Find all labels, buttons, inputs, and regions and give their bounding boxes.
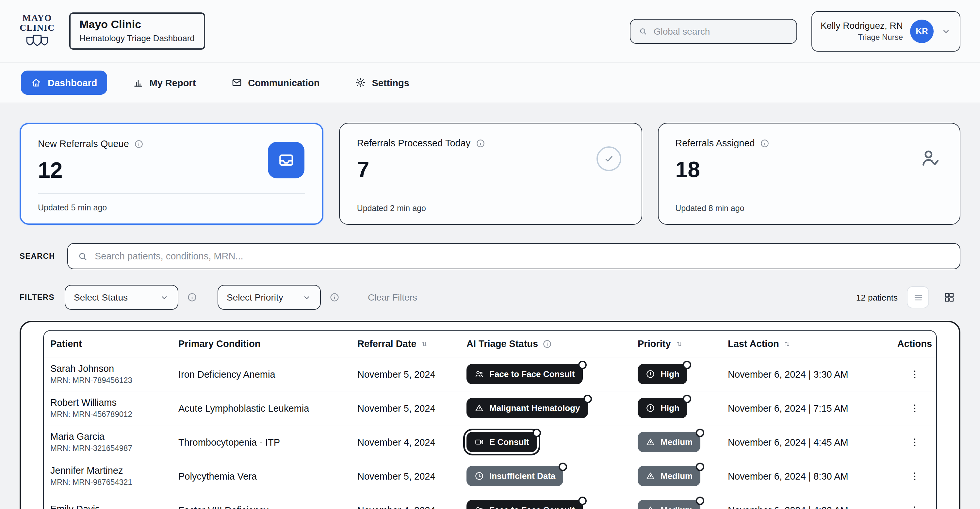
info-icon[interactable]	[542, 339, 552, 348]
tab-settings-label: Settings	[372, 78, 409, 88]
tab-communication[interactable]: Communication	[221, 70, 329, 95]
table-row: Maria Garcia MRN: MRN-321654987 Thromboc…	[44, 425, 936, 459]
primary-condition: Iron Deficiency Anemia	[178, 369, 357, 379]
row-actions-kebab[interactable]	[907, 366, 923, 382]
user-check-icon	[919, 147, 942, 169]
patient-mrn: MRN: MRN-987654321	[50, 478, 178, 487]
avatar: KR	[910, 19, 934, 43]
user-role: Triage Nurse	[821, 33, 903, 42]
global-search-input[interactable]	[654, 26, 789, 36]
tab-settings[interactable]: Settings	[345, 70, 419, 95]
triage-status-pill[interactable]: Face to Face Consult	[466, 364, 583, 384]
info-icon[interactable]	[187, 292, 197, 302]
stat-card-new-referrals[interactable]: New Referrals Queue 12 Updated 5 min ago	[20, 123, 324, 225]
triage-status-label: Malignant Hematology	[489, 403, 580, 413]
stat-updated: Updated 5 min ago	[38, 203, 107, 212]
tab-my-report[interactable]: My Report	[123, 70, 206, 95]
row-actions-kebab[interactable]	[907, 434, 923, 450]
search-label: SEARCH	[20, 251, 56, 261]
grid-icon	[943, 291, 955, 303]
global-search	[630, 19, 797, 43]
triage-status-pill[interactable]: Insufficient Data	[466, 466, 563, 486]
priority-pill[interactable]: High	[638, 398, 687, 418]
info-icon[interactable]	[134, 139, 144, 149]
tab-dashboard[interactable]: Dashboard	[21, 70, 107, 95]
priority-icon	[646, 403, 655, 413]
app-title-box: Mayo Clinic Hematology Triage Dashboard	[69, 13, 205, 50]
clear-filters-button[interactable]: Clear Filters	[368, 292, 417, 302]
info-icon[interactable]	[329, 292, 340, 302]
main-content: New Referrals Queue 12 Updated 5 min ago…	[0, 123, 980, 509]
patient-count: 12 patients	[856, 293, 898, 302]
last-action: November 6, 2024 | 3:30 AM	[728, 369, 893, 379]
triage-status-pill[interactable]: Face to Face Consult	[466, 500, 583, 509]
kebab-icon	[909, 436, 921, 448]
user-menu[interactable]: Kelly Rodriguez, RN Triage Nurse KR	[811, 11, 960, 51]
row-actions-kebab[interactable]	[907, 468, 923, 484]
referral-date: November 4, 2024	[357, 505, 466, 509]
table-header: Patient Primary Condition Referral Date …	[44, 331, 936, 357]
actions-cell	[893, 468, 936, 484]
priority-pill[interactable]: High	[638, 364, 687, 384]
triage-status-cell: Face to Face Consult	[466, 364, 638, 384]
list-view-button[interactable]	[907, 286, 929, 309]
row-actions-kebab[interactable]	[907, 502, 923, 509]
triage-status-pill[interactable]: E Consult	[466, 432, 537, 452]
filters-section: FILTERS Select Status Select Priority Cl…	[20, 285, 960, 310]
stat-cards: New Referrals Queue 12 Updated 5 min ago…	[20, 123, 960, 225]
triage-status-cell: E Consult	[466, 432, 638, 452]
kebab-icon	[909, 470, 921, 482]
grid-view-button[interactable]	[938, 286, 960, 309]
status-filter-dropdown[interactable]: Select Status	[65, 285, 178, 310]
priority-pill[interactable]: Medium	[638, 466, 700, 486]
referral-date: November 4, 2024	[357, 437, 466, 447]
priority-pill[interactable]: Medium	[638, 432, 700, 452]
priority-cell: Medium	[638, 500, 728, 509]
mayo-clinic-logo: MAYO CLINIC	[20, 14, 54, 48]
priority-filter-dropdown[interactable]: Select Priority	[218, 285, 321, 310]
patient-cell: Jennifer Martinez MRN: MRN-987654321	[50, 465, 178, 487]
col-priority[interactable]: Priority	[638, 339, 728, 349]
chevron-down-icon	[302, 293, 312, 302]
user-texts: Kelly Rodriguez, RN Triage Nurse	[821, 20, 903, 42]
primary-condition: Factor VIII Deficiency	[178, 505, 357, 509]
patient-search-input[interactable]	[95, 251, 951, 261]
stat-card-assigned[interactable]: Referrals Assigned 18 Updated 8 min ago	[657, 123, 960, 225]
app-title: Mayo Clinic	[80, 18, 195, 31]
last-action: November 6, 2024 | 8:30 AM	[728, 471, 893, 481]
info-icon[interactable]	[760, 138, 770, 148]
info-icon[interactable]	[476, 138, 485, 148]
priority-pill[interactable]: Medium	[638, 500, 700, 509]
chevron-down-icon	[941, 26, 951, 36]
col-last-action[interactable]: Last Action	[728, 339, 893, 349]
filters-label: FILTERS	[20, 293, 56, 302]
status-badge-dot	[578, 361, 587, 369]
logo-wordmark: MAYO CLINIC	[20, 14, 54, 32]
referral-date: November 5, 2024	[357, 403, 466, 413]
priority-cell: Medium	[638, 432, 728, 452]
sort-icon	[783, 339, 792, 348]
priority-badge-dot	[696, 463, 704, 471]
priority-badge-dot	[696, 429, 704, 437]
referral-date: November 5, 2024	[357, 369, 466, 379]
tab-communication-label: Communication	[248, 78, 320, 88]
row-actions-kebab[interactable]	[907, 400, 923, 416]
patient-mrn: MRN: MRN-789456123	[50, 376, 178, 385]
priority-icon	[646, 437, 655, 447]
triage-status-pill[interactable]: Malignant Hematology	[466, 398, 588, 418]
table-row: Robert Williams MRN: MRN-456789012 Acute…	[44, 391, 936, 425]
kebab-icon	[909, 504, 921, 509]
stat-updated: Updated 8 min ago	[675, 204, 744, 213]
triage-status-icon	[474, 369, 484, 379]
triage-status-icon	[474, 403, 484, 413]
stat-card-processed-today[interactable]: Referrals Processed Today 7 Updated 2 mi…	[339, 123, 642, 225]
priority-filter-value: Select Priority	[227, 292, 283, 302]
col-referral-date[interactable]: Referral Date	[357, 339, 466, 349]
priority-label: Medium	[660, 505, 692, 509]
table-row: Sarah Johnson MRN: MRN-789456123 Iron De…	[44, 357, 936, 391]
card-divider	[38, 193, 305, 194]
actions-cell	[893, 366, 936, 382]
priority-icon	[646, 369, 655, 379]
patient-name: Jennifer Martinez	[50, 465, 178, 476]
search-section: SEARCH	[20, 243, 960, 269]
